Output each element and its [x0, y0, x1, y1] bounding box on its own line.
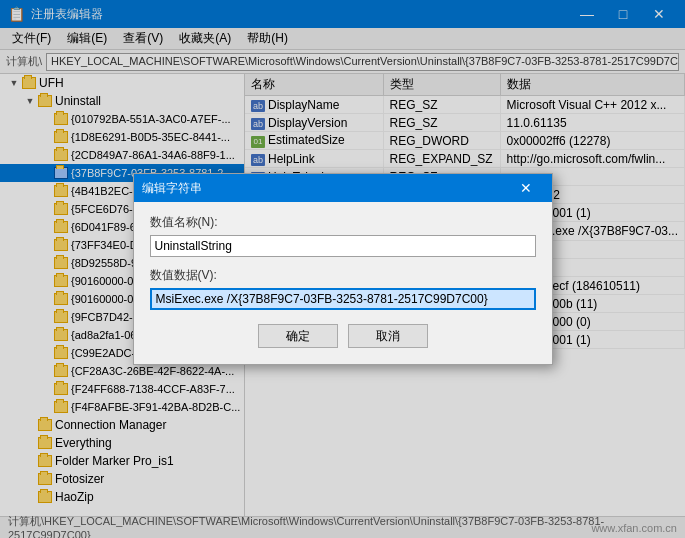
dialog-buttons: 确定 取消: [150, 324, 536, 352]
dialog-ok-button[interactable]: 确定: [258, 324, 338, 348]
dialog-close-button[interactable]: ✕: [508, 174, 544, 202]
dialog-title: 编辑字符串: [142, 180, 202, 197]
dialog-data-label: 数值数据(V):: [150, 267, 536, 284]
dialog-body: 数值名称(N): 数值数据(V): 确定 取消: [134, 202, 552, 364]
dialog-name-label: 数值名称(N):: [150, 214, 536, 231]
dialog-data-input[interactable]: [150, 288, 536, 310]
dialog-cancel-button[interactable]: 取消: [348, 324, 428, 348]
dialog-title-bar[interactable]: 编辑字符串 ✕: [134, 174, 552, 202]
dialog-name-input[interactable]: [150, 235, 536, 257]
modal-overlay: 编辑字符串 ✕ 数值名称(N): 数值数据(V): 确定 取消: [0, 0, 685, 538]
edit-string-dialog: 编辑字符串 ✕ 数值名称(N): 数值数据(V): 确定 取消: [133, 173, 553, 365]
